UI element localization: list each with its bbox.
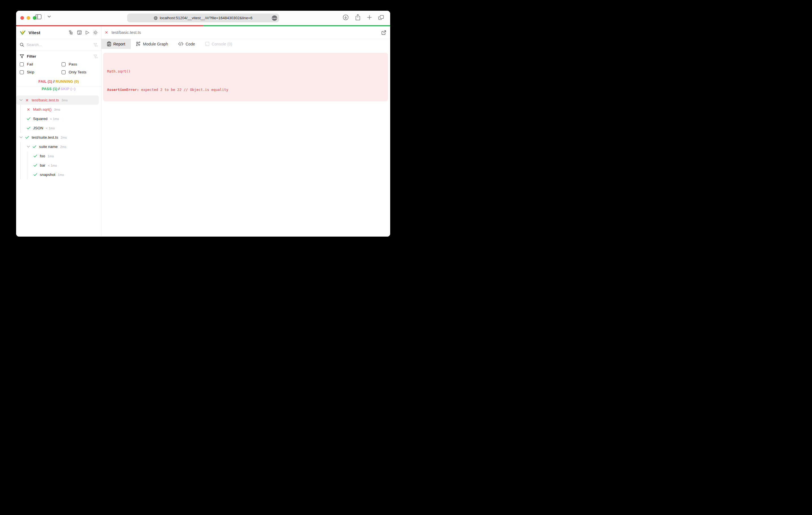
tree-item-test-squared[interactable]: Squared < 1ms [16, 114, 101, 123]
filter-title: Filter [27, 54, 36, 58]
theme-toggle-button[interactable] [93, 30, 98, 35]
pass-check-icon [32, 145, 36, 148]
tree-item-file-suite[interactable]: test/suite.test.ts 2ms [16, 133, 101, 142]
fail-x-icon: ✕ [105, 30, 108, 35]
error-message: expected 2 to be 22 // Object.is equalit… [139, 88, 228, 92]
sidebar-menu-chevron[interactable] [48, 16, 51, 18]
chevron-down-icon [48, 16, 51, 18]
dashboard-icon [77, 30, 82, 35]
test-duration: 1ms [48, 154, 54, 158]
run-all-button[interactable] [85, 30, 89, 35]
report-clipboard-icon [107, 41, 111, 46]
test-duration: < 1ms [50, 117, 59, 121]
url-text: localhost:51204/__vitest__/#/?file=16484… [160, 16, 252, 20]
chevron-down-icon[interactable] [19, 99, 23, 101]
code-icon [178, 42, 183, 46]
tree-item-test-json[interactable]: JSON < 1ms [16, 123, 101, 133]
test-tree: ✕ test/basic.test.ts 3ms ✕ Math.sqrt() 3… [16, 94, 101, 237]
test-summary: FAIL (1) / RUNNING (0) PASS (1) / SKIP (… [16, 78, 101, 94]
module-graph-icon [136, 41, 141, 46]
pass-check-icon [33, 154, 37, 157]
console-icon [205, 42, 209, 46]
globe-icon [154, 16, 158, 20]
open-in-editor-button[interactable] [381, 30, 386, 35]
tree-item-test-mathsqrt[interactable]: ✕ Math.sqrt() 3ms [16, 105, 101, 114]
collapse-tests-button[interactable] [69, 30, 74, 35]
search-input[interactable] [27, 42, 91, 47]
checkbox-icon [62, 62, 65, 66]
browser-window: localhost:51204/__vitest__/#/?file=16484… [16, 11, 390, 237]
clear-filters-icon[interactable] [93, 55, 98, 58]
summary-skip-count: SKIP (--) [61, 87, 76, 91]
open-file-name: test/basic.test.ts [112, 30, 141, 35]
traffic-lights [20, 16, 36, 20]
filter-section: Filter Fail Pass [16, 51, 101, 74]
summary-running-count: RUNNING (0) [56, 79, 79, 84]
filter-checkbox-pass[interactable]: Pass [62, 62, 98, 66]
error-test-name: Math.sqrt() [107, 68, 384, 74]
app-title: Vitest [29, 30, 40, 35]
sidebar-icon [35, 14, 41, 20]
checkbox-icon [62, 70, 65, 74]
tree-item-file-basic[interactable]: ✕ test/basic.test.ts 3ms [16, 95, 99, 105]
tree-outline-icon [69, 30, 74, 35]
filter-checkbox-skip[interactable]: Skip [20, 70, 62, 74]
external-link-icon [381, 30, 386, 35]
tree-item-test-snapshot[interactable]: snapshot 1ms [16, 170, 101, 179]
test-duration: < 1ms [48, 164, 57, 167]
pass-check-icon [33, 164, 37, 167]
new-tab-button[interactable] [367, 15, 372, 20]
tab-code[interactable]: Code [173, 39, 200, 49]
dashboard-button[interactable] [77, 30, 82, 35]
report-content: Math.sqrt() AssertionError: expected 2 t… [102, 49, 390, 237]
clear-search-filter-icon[interactable] [93, 43, 98, 47]
download-icon [343, 14, 349, 20]
share-icon [355, 14, 360, 21]
page-settings-button[interactable]: ●●● [272, 15, 277, 21]
test-duration: 3ms [62, 98, 68, 102]
tree-item-test-foo[interactable]: foo 1ms [16, 151, 101, 161]
pass-check-icon [25, 136, 29, 139]
pass-check-icon [26, 117, 30, 120]
tab-module-graph[interactable]: Module Graph [131, 39, 173, 49]
tree-item-test-bar[interactable]: bar < 1ms [16, 161, 101, 170]
test-duration: 2ms [60, 145, 66, 149]
tab-console: Console (0) [200, 39, 237, 49]
play-icon [85, 30, 89, 35]
fail-x-icon: ✕ [26, 107, 30, 112]
main-panel: ✕ test/basic.test.ts [102, 26, 390, 237]
test-duration: < 1ms [46, 126, 55, 130]
chevron-down-icon[interactable] [26, 146, 30, 148]
view-tabs: Report Module Graph [102, 39, 390, 49]
tab-overview-button[interactable] [378, 15, 384, 20]
pass-check-icon [26, 126, 30, 130]
chevron-down-icon[interactable] [19, 137, 23, 138]
test-duration: 2ms [61, 136, 67, 139]
checkbox-icon [20, 70, 24, 74]
minimize-window-button[interactable] [27, 16, 30, 20]
vitest-logo-icon [20, 30, 26, 36]
test-duration: 1ms [58, 173, 64, 177]
filter-funnel-icon [20, 54, 24, 58]
downloads-button[interactable] [343, 14, 349, 20]
checkbox-icon [20, 62, 24, 66]
browser-toolbar: localhost:51204/__vitest__/#/?file=16484… [16, 11, 390, 25]
sidebar: Vitest [16, 26, 102, 237]
summary-pass-count: PASS (1) [42, 87, 58, 91]
summary-fail-count: FAIL (1) [38, 79, 52, 84]
sidebar-toggle-button[interactable] [35, 14, 41, 20]
filter-checkbox-fail[interactable]: Fail [20, 62, 62, 66]
share-button[interactable] [355, 14, 360, 21]
tab-report[interactable]: Report [102, 39, 131, 49]
fail-x-icon: ✕ [25, 98, 29, 102]
plus-icon [367, 15, 372, 20]
test-duration: 3ms [54, 108, 60, 111]
filter-checkbox-only-tests[interactable]: Only Tests [62, 70, 98, 74]
address-bar[interactable]: localhost:51204/__vitest__/#/?file=16484… [127, 13, 279, 22]
pass-check-icon [33, 173, 37, 176]
tabs-overview-icon [378, 15, 384, 20]
close-window-button[interactable] [20, 16, 24, 20]
error-report-card: Math.sqrt() AssertionError: expected 2 t… [103, 53, 388, 101]
error-name: AssertionError: [107, 88, 139, 92]
tree-item-suite-name[interactable]: suite name 2ms [16, 142, 101, 151]
